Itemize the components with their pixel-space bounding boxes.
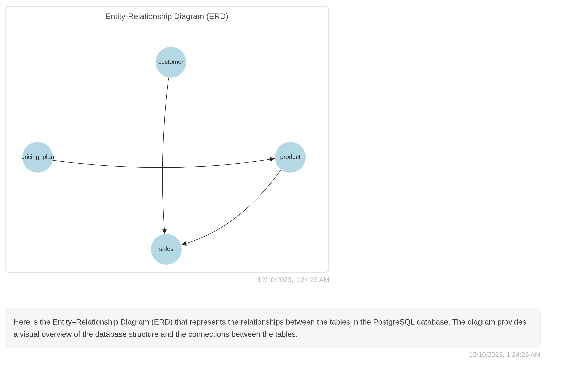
node-label-product: product	[280, 153, 300, 160]
node-product[interactable]: product	[275, 142, 306, 173]
erd-svg: customer pricing_plan product sales	[5, 7, 328, 272]
node-pricing-plan[interactable]: pricing_plan	[21, 142, 54, 173]
edge-pricingplan-product	[53, 158, 275, 168]
message-timestamp: 12/10/2023, 1:24:23 AM	[4, 351, 541, 358]
node-label-sales: sales	[159, 245, 173, 252]
erd-diagram-card: Entity-Relationship Diagram (ERD)	[4, 6, 329, 273]
page-root: Entity-Relationship Diagram (ERD)	[0, 0, 588, 390]
node-label-pricing-plan: pricing_plan	[21, 153, 54, 160]
node-customer[interactable]: customer	[156, 47, 186, 78]
edge-product-sales	[182, 170, 281, 245]
edge-customer-sales	[162, 78, 169, 234]
diagram-timestamp: 12/10/2023, 1:24:23 AM	[4, 276, 329, 284]
node-sales[interactable]: sales	[151, 234, 182, 265]
chat-column: Entity-Relationship Diagram (ERD)	[4, 6, 556, 358]
assistant-message: Here is the Entity–Relationship Diagram …	[4, 308, 541, 348]
node-label-customer: customer	[158, 58, 184, 65]
assistant-message-text: Here is the Entity–Relationship Diagram …	[13, 318, 526, 339]
